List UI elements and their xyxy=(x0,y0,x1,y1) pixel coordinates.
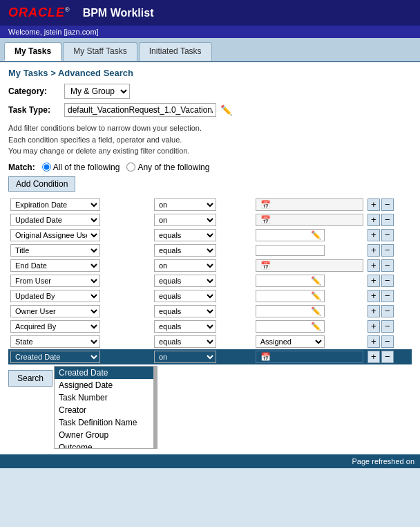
dropdown-item[interactable]: Created Date xyxy=(55,367,153,379)
match-label: Match: xyxy=(8,163,35,172)
tab-initiated-tasks[interactable]: Initiated Tasks xyxy=(139,42,212,61)
pencil-icon[interactable]: ✏️ xyxy=(311,276,321,286)
category-label: Category: xyxy=(8,86,60,96)
dropdown-item[interactable]: Owner Group xyxy=(55,429,153,441)
pencil-value-cell[interactable]: ✏️ xyxy=(256,320,325,333)
value-select[interactable]: Assigned xyxy=(256,335,325,348)
match-all-label[interactable]: All of the following xyxy=(42,163,120,172)
pencil-icon[interactable]: ✏️ xyxy=(311,306,321,316)
dropdown-item[interactable]: Outcome xyxy=(55,441,153,449)
match-any-radio[interactable] xyxy=(126,163,135,172)
plus-button[interactable]: + xyxy=(368,275,380,287)
plus-button[interactable]: + xyxy=(368,335,380,348)
field-select[interactable]: State xyxy=(10,335,100,348)
field-select[interactable]: From User xyxy=(10,275,100,287)
pencil-icon[interactable]: ✏️ xyxy=(311,291,321,301)
minus-button[interactable]: − xyxy=(381,320,394,333)
field-select[interactable]: Acquired By xyxy=(10,320,100,333)
field-select[interactable]: End Date xyxy=(10,259,100,272)
field-select[interactable]: Updated Date xyxy=(10,214,100,226)
calendar-input[interactable]: 📅 xyxy=(256,351,363,363)
plus-button[interactable]: + xyxy=(368,214,380,226)
plus-button[interactable]: + xyxy=(368,198,380,211)
plus-button[interactable]: + xyxy=(368,259,380,272)
plus-button[interactable]: + xyxy=(368,320,380,333)
op-select[interactable]: on xyxy=(154,198,216,211)
value-input[interactable] xyxy=(256,245,325,256)
task-type-label: Task Type: xyxy=(8,105,60,115)
minus-button[interactable]: − xyxy=(381,290,394,302)
calendar-icon[interactable]: 📅 xyxy=(260,215,271,225)
op-select[interactable]: equals xyxy=(154,244,216,257)
minus-button[interactable]: − xyxy=(381,244,394,257)
op-select[interactable]: on xyxy=(154,351,216,363)
row-btns: +− xyxy=(368,229,410,241)
op-select[interactable]: equals xyxy=(154,229,216,241)
minus-button[interactable]: − xyxy=(381,214,394,226)
dropdown-item[interactable]: Creator xyxy=(55,404,153,416)
pencil-value-cell[interactable]: ✏️ xyxy=(256,305,325,317)
plus-button[interactable]: + xyxy=(368,305,380,317)
task-type-row: Task Type: ✏️ xyxy=(8,103,412,117)
content-area: My Tasks > Advanced Search Category: My … xyxy=(0,62,420,454)
match-row: Match: All of the following Any of the f… xyxy=(8,163,412,172)
plus-button[interactable]: + xyxy=(368,290,380,302)
plus-button[interactable]: + xyxy=(368,244,380,257)
op-select[interactable]: equals xyxy=(154,335,216,348)
op-select[interactable]: equals xyxy=(154,320,216,333)
minus-button[interactable]: − xyxy=(381,198,394,211)
dropdown-item[interactable]: Assigned Date xyxy=(55,379,153,391)
dropdown-item[interactable]: Task Number xyxy=(55,391,153,404)
dropdown-item[interactable]: Task Definition Name xyxy=(55,416,153,429)
instruction-line-1: Add filter conditions below to narrow do… xyxy=(8,122,412,134)
tab-my-staff-tasks[interactable]: My Staff Tasks xyxy=(63,42,137,61)
pencil-value-cell[interactable]: ✏️ xyxy=(256,275,325,287)
welcome-bar: Welcome, jstein [jazn.com] xyxy=(0,26,420,38)
op-select[interactable]: on xyxy=(154,259,216,272)
pencil-icon[interactable]: ✏️ xyxy=(311,230,321,240)
pencil-value-cell[interactable]: ✏️ xyxy=(256,290,325,302)
minus-button[interactable]: − xyxy=(381,229,394,241)
field-select[interactable]: Owner User xyxy=(10,305,100,317)
field-select[interactable]: Expiration Date xyxy=(10,198,100,211)
plus-button[interactable]: + xyxy=(368,351,380,363)
minus-button[interactable]: − xyxy=(381,259,394,272)
add-condition-button[interactable]: Add Condition xyxy=(8,176,75,192)
op-select[interactable]: equals xyxy=(154,305,216,317)
minus-button[interactable]: − xyxy=(381,305,394,317)
tab-my-tasks[interactable]: My Tasks xyxy=(4,42,61,61)
dropdown-scroll[interactable]: Created Date Assigned Date Task Number C… xyxy=(54,366,158,449)
category-row: Category: My & Group My Group xyxy=(8,84,412,99)
calendar-icon[interactable]: 📅 xyxy=(260,200,271,210)
calendar-icon[interactable]: 📅 xyxy=(260,261,271,270)
field-dropdown[interactable]: Created Date Assigned Date Task Number C… xyxy=(54,366,158,449)
minus-button[interactable]: − xyxy=(381,351,394,363)
calendar-icon[interactable]: 📅 xyxy=(260,352,271,362)
category-select[interactable]: My & Group My Group xyxy=(64,84,130,99)
field-select[interactable]: Title xyxy=(10,244,100,257)
task-type-pencil-icon[interactable]: ✏️ xyxy=(220,104,232,115)
pencil-icon[interactable]: ✏️ xyxy=(311,322,321,331)
field-select[interactable]: Original Assignee User xyxy=(10,229,100,241)
task-type-input[interactable] xyxy=(64,103,216,117)
calendar-input[interactable]: 📅 xyxy=(256,198,363,211)
match-any-label[interactable]: Any of the following xyxy=(126,163,209,172)
plus-button[interactable]: + xyxy=(368,229,380,241)
pencil-value-cell[interactable]: ✏️ xyxy=(256,229,325,241)
row-btns: +− xyxy=(368,305,410,317)
minus-button[interactable]: − xyxy=(381,275,394,287)
op-select[interactable]: on xyxy=(154,214,216,226)
op-select[interactable]: equals xyxy=(154,275,216,287)
field-select[interactable]: Updated By xyxy=(10,290,100,302)
calendar-input[interactable]: 📅 xyxy=(256,259,363,272)
table-row: Expiration Date on 📅 +− xyxy=(8,197,412,212)
field-select[interactable]: Created Date xyxy=(10,351,100,363)
match-all-radio[interactable] xyxy=(42,163,51,172)
minus-button[interactable]: − xyxy=(381,335,394,348)
row-btns: +− xyxy=(368,335,410,348)
op-select[interactable]: equals xyxy=(154,290,216,302)
calendar-input[interactable]: 📅 xyxy=(256,214,363,226)
search-button[interactable]: Search xyxy=(8,370,52,387)
row-btns: +− xyxy=(368,214,410,226)
welcome-text: Welcome, jstein [jazn.com] xyxy=(8,28,99,36)
